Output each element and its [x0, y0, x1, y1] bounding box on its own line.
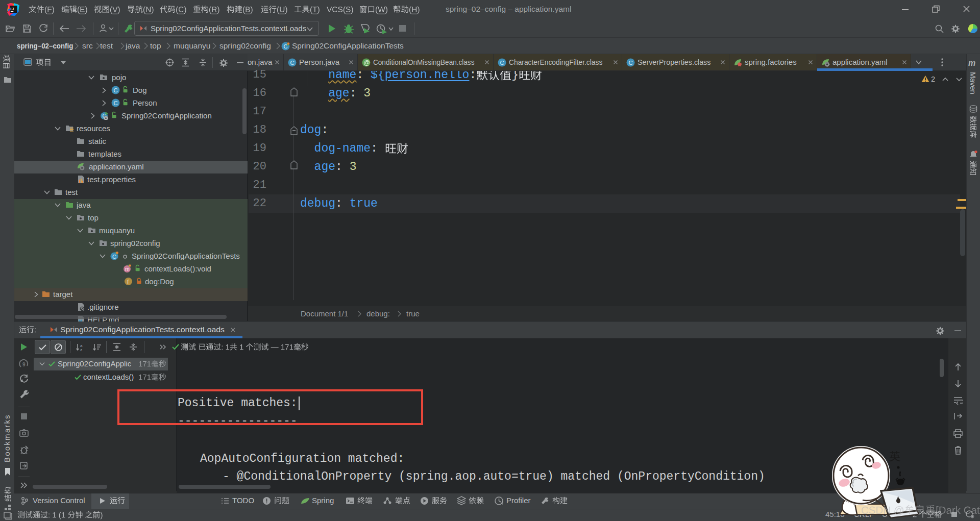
svg-text:C: C — [114, 100, 118, 106]
svg-text:@: @ — [364, 59, 370, 66]
svg-text:m: m — [125, 266, 130, 272]
svg-text:C: C — [290, 60, 295, 66]
svg-text:z: z — [80, 348, 82, 352]
svg-text:C: C — [500, 60, 504, 66]
svg-text:C: C — [629, 60, 633, 66]
svg-text:C: C — [114, 87, 118, 93]
svg-text:IJ: IJ — [10, 7, 14, 11]
svg-text:9: 9 — [22, 362, 26, 367]
svg-text:C: C — [112, 254, 116, 260]
